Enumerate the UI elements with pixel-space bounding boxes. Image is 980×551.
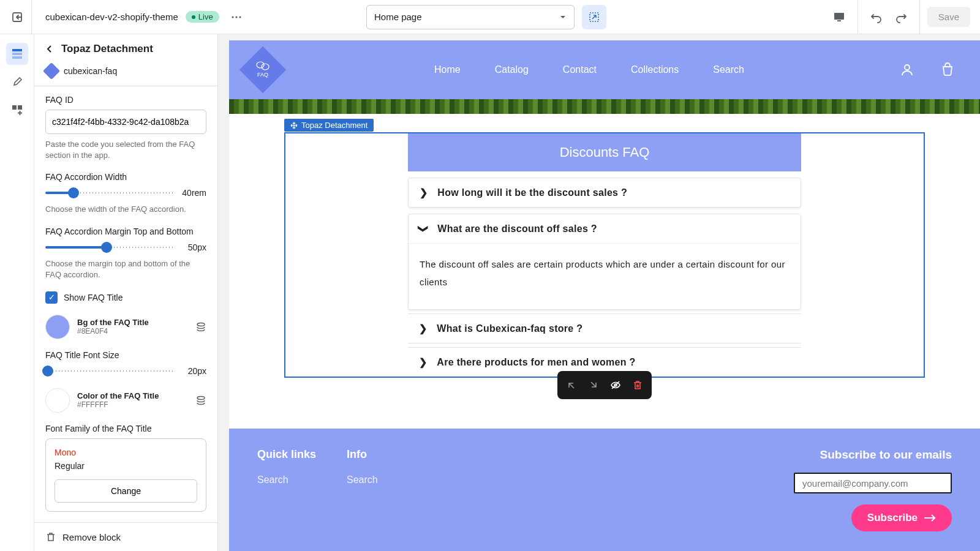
app-row[interactable]: cubexican-faq [34,61,217,86]
rail-app-embeds-button[interactable] [6,99,28,121]
footer-subscribe-title: Subscribe to our emails [820,448,952,462]
field-title-font-size: FAQ Title Font Size 20px [45,350,206,377]
svg-point-14 [257,62,264,68]
site-footer: Quick links Search Info Search Subscribe… [229,429,980,551]
change-font-button[interactable]: Change [55,479,197,503]
email-input[interactable] [794,473,952,493]
selection-label: Topaz Detachment [301,121,368,130]
footer-info: Info Search [347,448,378,531]
margin-slider[interactable]: 50px [45,241,206,253]
title-color-row[interactable]: Color of the FAQ Title #FFFFFF [45,388,206,413]
faq-q4: Are there products for men and women ? [437,357,635,368]
bg-color-row[interactable]: Bg of the FAQ Title #8EA0F4 [45,315,206,339]
rail-theme-settings-button[interactable] [6,71,28,93]
subscribe-button[interactable]: Subscribe [851,504,952,531]
svg-rect-8 [12,53,22,55]
exit-button[interactable] [2,0,32,34]
page-selector-label: Home page [374,12,422,22]
font-picker: Mono Regular Change [45,438,206,512]
monitor-icon [833,11,845,23]
sidebar-body: FAQ ID Paste the code you selected from … [34,86,217,522]
font-name-mono: Mono [55,448,197,457]
faq-id-help: Paste the code you selected from the FAQ… [45,139,206,161]
move-up-button[interactable] [561,375,582,395]
layers-icon [195,395,206,406]
nav-home[interactable]: Home [434,64,461,75]
dots-icon [231,12,242,23]
svg-point-15 [262,64,269,70]
nav-search[interactable]: Search [713,64,744,75]
svg-rect-9 [12,56,22,59]
app-name: cubexican-faq [64,66,117,76]
footer-subscribe: Subscribe to our emails Subscribe [794,448,952,531]
crosshair-icon [588,11,600,23]
viewport-desktop-button[interactable] [828,6,850,28]
chevron-right-icon: ❯ [420,187,428,198]
svg-rect-5 [834,13,844,20]
more-actions-button[interactable] [227,7,246,27]
checkbox-icon: ✓ [45,291,58,304]
faq-id-label: FAQ ID [45,95,206,105]
field-faq-id: FAQ ID Paste the code you selected from … [45,95,206,161]
back-button[interactable] [45,45,54,53]
margin-label: FAQ Accordion Margin Top and Bottom [45,227,206,236]
topbar: cubexican-dev-v2-shopify-theme Live Home… [0,0,980,34]
selection-box: Discounts FAQ ❯ How long will it be the … [284,132,925,378]
faq-item-1[interactable]: ❯ How long will it be the discount sales… [408,178,801,208]
width-slider[interactable]: 40rem [45,187,206,199]
account-icon[interactable] [899,62,915,78]
nav-contact[interactable]: Contact [563,64,597,75]
faq-item-3[interactable]: ❯ What is Cubexican-faq store ? [408,313,801,343]
save-button[interactable]: Save [927,7,970,27]
undo-button[interactable] [865,6,888,28]
font-family-label: Font Family of the FAQ Title [45,424,206,433]
app-icon [43,62,60,80]
page-selector[interactable]: Home page [366,5,575,29]
footer-quick-links: Quick links Search [257,448,316,531]
svg-point-13 [197,396,205,399]
hide-button[interactable] [605,375,626,395]
chevron-right-icon: ❯ [419,356,427,368]
divider [919,0,920,34]
delete-button[interactable] [627,375,648,395]
selected-section[interactable]: Topaz Detachment Discounts FAQ ❯ How lon… [284,132,925,378]
chevron-down-icon: ❯ [418,225,429,233]
nav-links: Home Catalog Contact Collections Search [279,64,899,75]
faq-logo-icon [256,61,270,71]
sections-icon [11,48,23,60]
canvas: FAQ Home Catalog Contact Collections Sea… [218,34,980,551]
faq-q1: How long will it be the discount sales ? [437,187,627,198]
site-logo[interactable]: FAQ [239,47,286,93]
show-title-checkbox-row[interactable]: ✓ Show FAQ Title [45,291,206,304]
arrow-up-left-icon [566,380,577,391]
nav-catalog[interactable]: Catalog [495,64,529,75]
eye-off-icon [610,380,621,391]
faq-q2: What are the discount off sales ? [437,223,597,234]
layers-icon [195,321,206,332]
title-font-size-label: FAQ Title Font Size [45,350,206,360]
bg-color-label: Bg of the FAQ Title [77,318,188,327]
remove-block-button[interactable]: Remove block [34,522,217,551]
redo-button[interactable] [890,6,912,28]
faq-q3: What is Cubexican-faq store ? [437,323,582,334]
faq-a2: The discount off sales are certain produ… [409,243,801,309]
arrow-right-icon [924,514,936,522]
faq-item-2[interactable]: ❯ What are the discount off sales ? The … [408,214,801,310]
svg-rect-11 [18,105,22,110]
footer-link-search-2[interactable]: Search [347,474,378,485]
inspector-toggle[interactable] [582,5,606,29]
svg-point-1 [232,16,233,18]
move-down-button[interactable] [583,375,604,395]
rail-sections-button[interactable] [6,43,28,65]
preview-frame: FAQ Home Catalog Contact Collections Sea… [229,40,980,551]
exit-icon [11,11,23,23]
faq-container: Discounts FAQ ❯ How long will it be the … [408,133,801,377]
footer-link-search-1[interactable]: Search [257,474,288,485]
nav-collections[interactable]: Collections [631,64,679,75]
remove-block-label: Remove block [62,532,121,542]
svg-point-12 [197,323,205,326]
cart-icon[interactable] [940,62,956,78]
title-font-size-slider[interactable]: 20px [45,365,206,377]
faq-id-input[interactable] [45,110,206,134]
footer-info-title: Info [347,448,378,461]
